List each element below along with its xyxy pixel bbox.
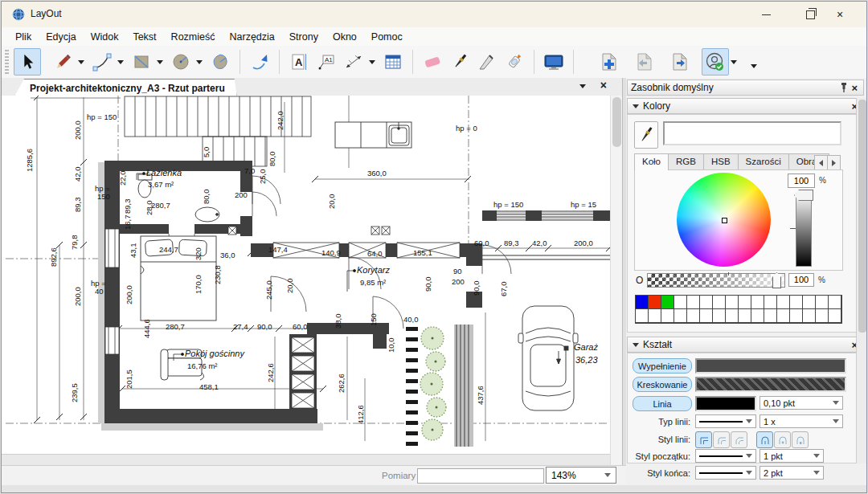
end-size-dropdown[interactable]: 2 pkt: [760, 466, 824, 480]
tabs-scroll-left-button[interactable]: [814, 155, 828, 170]
color-tab-koło[interactable]: Koło: [634, 153, 669, 170]
eyedropper-tool-button[interactable]: [446, 48, 473, 76]
hatch-toggle-button[interactable]: Kreskowanie: [633, 377, 692, 392]
menu-item-pomoc[interactable]: Pomoc: [364, 29, 410, 45]
color-swatch[interactable]: [815, 308, 829, 323]
menu-item-tekst[interactable]: Tekst: [125, 29, 163, 45]
color-swatch[interactable]: [725, 308, 739, 323]
menu-item-okno[interactable]: Okno: [326, 29, 364, 45]
presentation-button[interactable]: [540, 48, 567, 76]
tabs-scroll-right-button[interactable]: [827, 155, 841, 170]
color-swatch[interactable]: [802, 295, 816, 309]
dimension-tool-dropdown[interactable]: [369, 60, 375, 64]
color-swatch[interactable]: [712, 308, 726, 323]
color-swatch[interactable]: [776, 308, 790, 323]
color-tab-hsb[interactable]: HSB: [703, 153, 739, 170]
color-swatch[interactable]: [686, 308, 700, 323]
color-swatch[interactable]: [699, 295, 713, 309]
start-size-dropdown[interactable]: 1 pkt: [760, 449, 824, 463]
next-page-button[interactable]: [666, 48, 694, 76]
freehand-tool-button[interactable]: [246, 48, 273, 76]
account-dropdown[interactable]: [731, 60, 737, 64]
color-swatch[interactable]: [648, 295, 661, 309]
colors-group-header[interactable]: Kolory ×: [627, 98, 864, 114]
panel-scrollbar-thumb[interactable]: [858, 100, 866, 333]
color-swatch[interactable]: [725, 295, 739, 309]
drawing-canvas[interactable]: 1285,6892,6200,0hp = 15042,089,3hp =1507…: [2, 96, 610, 465]
menu-item-plik[interactable]: Plik: [8, 29, 39, 45]
style-tool-button[interactable]: [473, 48, 501, 76]
menu-item-rozmieść[interactable]: Rozmieść: [164, 29, 223, 45]
label-tool-button[interactable]: A1: [313, 48, 340, 76]
color-swatch[interactable]: [789, 295, 803, 309]
color-swatch[interactable]: [661, 295, 674, 309]
menu-item-strony[interactable]: Strony: [282, 29, 326, 45]
restore-button[interactable]: [798, 6, 822, 22]
color-wheel[interactable]: [677, 173, 771, 267]
dimension-tool-button[interactable]: [340, 48, 367, 76]
close-button[interactable]: ×: [828, 6, 852, 22]
panel-scrollbar[interactable]: [856, 98, 867, 463]
hatch-pattern-swatch[interactable]: [695, 377, 846, 392]
color-swatch[interactable]: [751, 308, 764, 323]
opacity-slider[interactable]: [647, 273, 785, 288]
scrollbar-thumb[interactable]: [612, 97, 621, 147]
end-style-dropdown[interactable]: [695, 466, 756, 480]
cap-round-button[interactable]: [774, 431, 791, 448]
canvas-vertical-scrollbar[interactable]: [610, 96, 623, 465]
color-swatch[interactable]: [686, 295, 700, 309]
color-swatch[interactable]: [648, 308, 661, 323]
glue-tool-button[interactable]: [501, 48, 528, 76]
select-tool-button[interactable]: [14, 48, 41, 76]
add-page-button[interactable]: [596, 48, 623, 76]
rectangle-tool-dropdown[interactable]: [157, 60, 163, 64]
color-swatch[interactable]: [661, 308, 674, 323]
line-toggle-button[interactable]: Linia: [633, 396, 692, 411]
color-swatch[interactable]: [828, 308, 841, 323]
color-tab-rgb[interactable]: RGB: [668, 153, 704, 170]
color-swatch[interactable]: [764, 295, 777, 309]
menu-item-widok[interactable]: Widok: [84, 29, 126, 45]
account-button[interactable]: [702, 48, 729, 76]
tab-close-icon[interactable]: ×: [600, 79, 607, 92]
line-tool-dropdown[interactable]: [78, 60, 84, 64]
corner-miter-button[interactable]: [695, 431, 712, 448]
rectangle-tool-button[interactable]: [128, 48, 155, 76]
color-swatch[interactable]: [738, 308, 751, 323]
color-swatch[interactable]: [674, 295, 687, 309]
corner-bevel-button[interactable]: [731, 431, 747, 448]
color-swatch[interactable]: [802, 308, 816, 323]
opacity-value[interactable]: 100: [788, 273, 814, 287]
document-tab[interactable]: Projekt-architektoniczny_A3 - Rzut parte…: [14, 79, 237, 96]
previous-page-button[interactable]: [631, 48, 658, 76]
color-swatch[interactable]: [699, 308, 713, 323]
color-wheel-marker[interactable]: [722, 218, 727, 223]
color-swatch[interactable]: [738, 295, 751, 309]
toolbar-grip[interactable]: [5, 50, 9, 74]
minimize-button[interactable]: [754, 6, 778, 22]
color-swatch[interactable]: [764, 308, 777, 323]
color-swatch[interactable]: [751, 295, 764, 309]
color-swatch[interactable]: [674, 308, 687, 323]
menu-item-edycja[interactable]: Edycja: [39, 29, 84, 45]
color-swatch[interactable]: [712, 295, 726, 309]
table-tool-button[interactable]: [379, 48, 407, 76]
color-swatch[interactable]: [828, 295, 841, 309]
color-swatch[interactable]: [635, 295, 649, 309]
line-scale-dropdown[interactable]: 1 x: [760, 414, 843, 428]
brightness-slider[interactable]: [796, 193, 812, 267]
toolbar-overflow-dropdown[interactable]: [751, 64, 757, 68]
text-tool-button[interactable]: A: [285, 48, 313, 76]
brightness-value[interactable]: 100: [788, 174, 815, 188]
start-style-dropdown[interactable]: [695, 449, 756, 463]
color-picker-button[interactable]: [634, 121, 658, 149]
circle-tool-dropdown[interactable]: [196, 60, 203, 64]
line-type-dropdown[interactable]: [695, 414, 756, 428]
eraser-tool-button[interactable]: [419, 48, 446, 76]
tray-close-icon[interactable]: ×: [849, 82, 860, 94]
tray-header[interactable]: Zasobnik domyślny ×: [627, 80, 864, 96]
line-weight-dropdown[interactable]: 0,10 pkt: [760, 396, 843, 410]
cap-butt-button[interactable]: [756, 431, 773, 448]
color-swatch[interactable]: [635, 308, 649, 323]
pin-icon[interactable]: [839, 82, 849, 93]
